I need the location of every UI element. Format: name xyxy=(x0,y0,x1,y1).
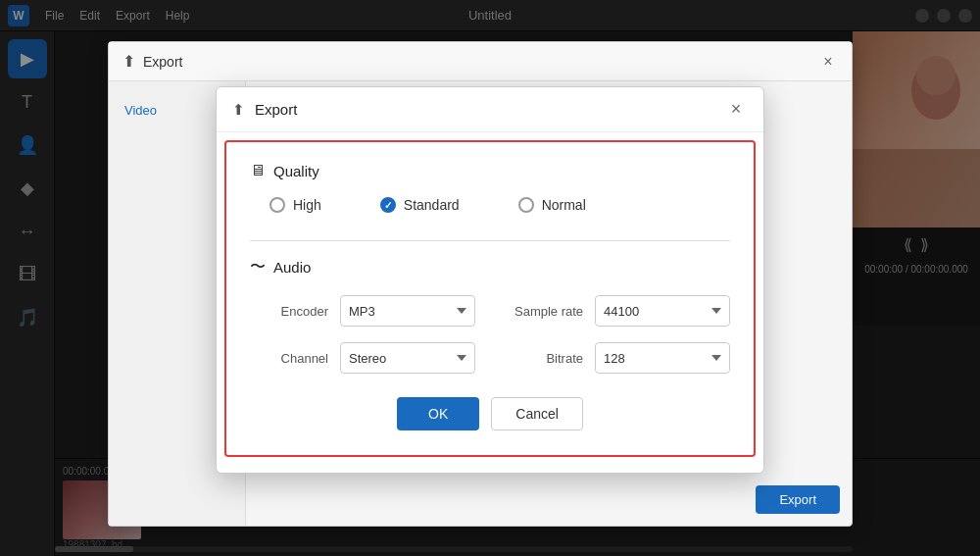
outer-export-icon: ⬆ xyxy=(122,52,135,71)
inner-dialog-body: 🖥 Quality High Standard Normal xyxy=(224,140,756,457)
quality-standard-radio[interactable] xyxy=(380,197,396,213)
audio-label: Audio xyxy=(273,259,311,276)
quality-high-label: High xyxy=(293,197,321,213)
audio-wave-icon: 〜 xyxy=(250,257,266,278)
quality-label: Quality xyxy=(273,163,319,179)
divider xyxy=(250,240,730,241)
audio-section-title: 〜 Audio xyxy=(250,257,730,278)
inner-dialog-footer: OK Cancel xyxy=(250,397,730,430)
channel-field: Channel StereoMono xyxy=(260,342,475,374)
quality-high-option[interactable]: High xyxy=(270,197,321,213)
outer-export-footer: Export xyxy=(744,474,852,526)
quality-normal-label: Normal xyxy=(542,197,586,213)
audio-fields: Encoder MP3AACWAV Sample rate 4410048000… xyxy=(260,295,730,374)
inner-dialog-title: Export xyxy=(255,101,297,118)
channel-label: Channel xyxy=(260,351,328,366)
ok-button[interactable]: OK xyxy=(397,397,479,430)
monitor-icon: 🖥 xyxy=(250,162,266,179)
quality-options: High Standard Normal xyxy=(270,197,730,213)
app-background: W File Edit Export Help Untitled ▶ T 👤 ◆… xyxy=(0,0,980,556)
bitrate-label: Bitrate xyxy=(514,351,583,366)
inner-export-header-icon: ⬆ xyxy=(232,101,245,119)
quality-standard-option[interactable]: Standard xyxy=(380,197,460,213)
encoder-label: Encoder xyxy=(260,304,328,319)
sample-rate-select[interactable]: 441004800022050 xyxy=(595,295,730,327)
encoder-select[interactable]: MP3AACWAV xyxy=(340,295,475,327)
sample-rate-label: Sample rate xyxy=(514,304,583,319)
inner-export-dialog: ⬆ Export × 🖥 Quality High Standard xyxy=(216,86,764,474)
quality-standard-label: Standard xyxy=(404,197,460,213)
inner-close-button[interactable]: × xyxy=(724,98,748,122)
bitrate-field: Bitrate 128192256320 xyxy=(514,342,730,374)
bitrate-select[interactable]: 128192256320 xyxy=(595,342,730,374)
channel-select[interactable]: StereoMono xyxy=(340,342,475,374)
quality-normal-radio[interactable] xyxy=(518,197,534,213)
quality-high-radio[interactable] xyxy=(270,197,285,213)
outer-export-title: Export xyxy=(143,54,182,70)
outer-export-button[interactable]: Export xyxy=(756,485,840,514)
inner-dialog-header: ⬆ Export × xyxy=(217,87,763,132)
outer-export-header: ⬆ Export × xyxy=(109,42,852,81)
quality-section-title: 🖥 Quality xyxy=(250,162,730,179)
encoder-field: Encoder MP3AACWAV xyxy=(260,295,475,327)
sample-rate-field: Sample rate 441004800022050 xyxy=(514,295,730,327)
outer-close-button[interactable]: × xyxy=(818,52,838,72)
cancel-button[interactable]: Cancel xyxy=(491,397,583,430)
quality-normal-option[interactable]: Normal xyxy=(518,197,586,213)
